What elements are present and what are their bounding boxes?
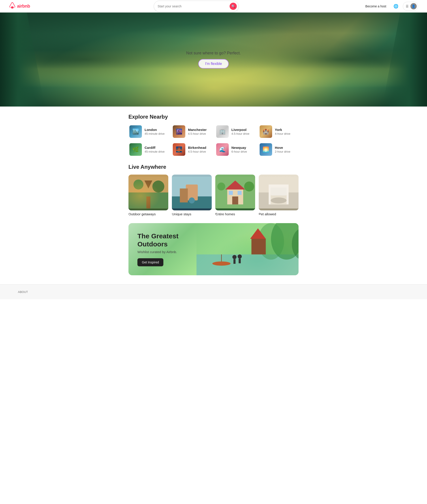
york-name: York (275, 128, 298, 132)
birkenhead-info: Birkenhead 4.5-hour drive (188, 146, 211, 153)
footer: ABOUT (0, 284, 427, 299)
manchester-info: Manchester 4.5-hour drive (188, 128, 211, 135)
nearby-item-liverpool[interactable]: 🏢 Liverpool 4.5-hour drive (215, 124, 255, 139)
newquay-name: Newquay (231, 146, 254, 150)
card-unique-image (172, 175, 212, 210)
svg-rect-30 (251, 239, 266, 254)
nearby-item-cardiff[interactable]: 🌿 Cardiff 45-minute drive (129, 142, 168, 157)
hero-tagline: Not sure where to go? Perfect. (186, 51, 241, 55)
navbar: airbnb 🔍 Become a host 🌐 ☰ 👤 (0, 0, 427, 13)
search-button[interactable]: 🔍 (230, 3, 237, 10)
globe-button[interactable]: 🌐 (392, 2, 400, 10)
london-thumbnail: 🏙️ (129, 125, 142, 138)
avatar: 👤 (411, 3, 417, 9)
nearby-item-london[interactable]: 🏙️ London 45-minute drive (129, 124, 168, 139)
cardiff-info: Cardiff 45-minute drive (145, 146, 168, 153)
hero-section: Not sure where to go? Perfect. I'm flexi… (0, 13, 427, 107)
birkenhead-distance: 4.5-hour drive (188, 150, 211, 153)
card-entire-img-wrap (215, 175, 255, 210)
card-entire-image (215, 175, 255, 210)
explore-nearby-title: Explore Nearby (129, 114, 298, 120)
svg-point-5 (152, 181, 164, 192)
svg-rect-9 (180, 188, 188, 202)
live-anywhere-grid: Outdoor getaways Unique stays (129, 175, 298, 216)
manchester-name: Manchester (188, 128, 211, 132)
footer-about-label[interactable]: ABOUT (18, 290, 28, 294)
svg-rect-3 (146, 197, 150, 208)
card-pet-allowed[interactable]: Pet allowed (259, 175, 298, 216)
search-input[interactable] (158, 4, 230, 8)
manchester-thumbnail: 🌆 (173, 125, 185, 138)
svg-point-35 (212, 261, 231, 266)
hero-center-content: Not sure where to go? Perfect. I'm flexi… (186, 51, 241, 69)
liverpool-icon: 🏢 (216, 125, 229, 138)
newquay-distance: 6-hour drive (231, 150, 254, 153)
nearby-item-york[interactable]: 🏰 York 4-hour drive (259, 124, 298, 139)
logo[interactable]: airbnb (9, 2, 30, 10)
svg-rect-32 (233, 259, 236, 264)
banner-content: The Greatest Outdoors Wishlist curated b… (137, 232, 200, 266)
manchester-distance: 4.5-hour drive (188, 132, 211, 135)
svg-point-18 (244, 182, 254, 191)
newquay-thumbnail: 🌊 (216, 143, 229, 156)
card-entire-homes[interactable]: Entire homes (215, 175, 255, 216)
london-info: London 45-minute drive (145, 128, 168, 135)
svg-marker-2 (144, 181, 152, 189)
svg-rect-34 (239, 259, 241, 263)
svg-point-10 (189, 197, 195, 203)
svg-rect-24 (271, 188, 286, 196)
york-info: York 4-hour drive (275, 128, 298, 135)
nearby-item-manchester[interactable]: 🌆 Manchester 4.5-hour drive (172, 124, 212, 139)
hove-distance: 2-hour drive (275, 150, 298, 153)
svg-rect-14 (232, 197, 238, 205)
svg-point-23 (271, 197, 286, 203)
london-icon: 🏙️ (129, 125, 142, 138)
newquay-info: Newquay 6-hour drive (231, 146, 254, 153)
explore-nearby-grid: 🏙️ London 45-minute drive 🌆 Manchester 4… (129, 124, 298, 157)
search-bar[interactable]: 🔍 (154, 1, 239, 12)
card-pet-image (259, 175, 298, 210)
liverpool-distance: 4.5-hour drive (231, 132, 254, 135)
svg-point-4 (133, 179, 144, 190)
newquay-icon: 🌊 (216, 143, 229, 156)
card-pet-label: Pet allowed (259, 212, 298, 216)
birkenhead-thumbnail: 🌉 (173, 143, 185, 156)
nav-right: Become a host 🌐 ☰ 👤 (363, 2, 418, 11)
york-thumbnail: 🏰 (259, 125, 272, 138)
card-unique-stays[interactable]: Unique stays (172, 175, 212, 216)
logo-text: airbnb (17, 4, 30, 9)
cardiff-thumbnail: 🌿 (129, 143, 142, 156)
card-outdoor-label: Outdoor getaways (129, 212, 168, 216)
nearby-item-birkenhead[interactable]: 🌉 Birkenhead 4.5-hour drive (172, 142, 212, 157)
user-menu[interactable]: ☰ 👤 (403, 2, 418, 11)
svg-rect-15 (229, 191, 233, 195)
york-distance: 4-hour drive (275, 132, 298, 135)
banner-cta-button[interactable]: Get Inspired (137, 258, 163, 266)
hove-icon: 🌅 (259, 143, 272, 156)
birkenhead-name: Birkenhead (188, 146, 211, 150)
become-host-button[interactable]: Become a host (363, 3, 389, 10)
card-entire-label: Entire homes (215, 212, 255, 216)
liverpool-name: Liverpool (231, 128, 254, 132)
nearby-item-newquay[interactable]: 🌊 Newquay 6-hour drive (215, 142, 255, 157)
nearby-item-hove[interactable]: 🌅 Hove 2-hour drive (259, 142, 298, 157)
svg-point-33 (238, 254, 242, 259)
flexible-button[interactable]: I'm flexible (198, 59, 229, 69)
banner-title: The Greatest Outdoors (137, 232, 200, 248)
svg-rect-1 (129, 192, 168, 208)
london-distance: 45-minute drive (145, 132, 168, 135)
live-anywhere-title: Live Anywhere (129, 164, 298, 170)
card-unique-img-wrap (172, 175, 212, 210)
liverpool-thumbnail: 🏢 (216, 125, 229, 138)
card-outdoor-image (129, 175, 168, 210)
card-unique-label: Unique stays (172, 212, 212, 216)
svg-rect-16 (238, 191, 242, 195)
hove-info: Hove 2-hour drive (275, 146, 298, 153)
logo-icon (9, 2, 16, 10)
svg-point-31 (232, 255, 236, 259)
cardiff-distance: 45-minute drive (145, 150, 168, 153)
card-outdoor-getaways[interactable]: Outdoor getaways (129, 175, 168, 216)
banner: The Greatest Outdoors Wishlist curated b… (129, 223, 298, 275)
cardiff-icon: 🌿 (129, 143, 142, 156)
card-pet-img-wrap (259, 175, 298, 210)
